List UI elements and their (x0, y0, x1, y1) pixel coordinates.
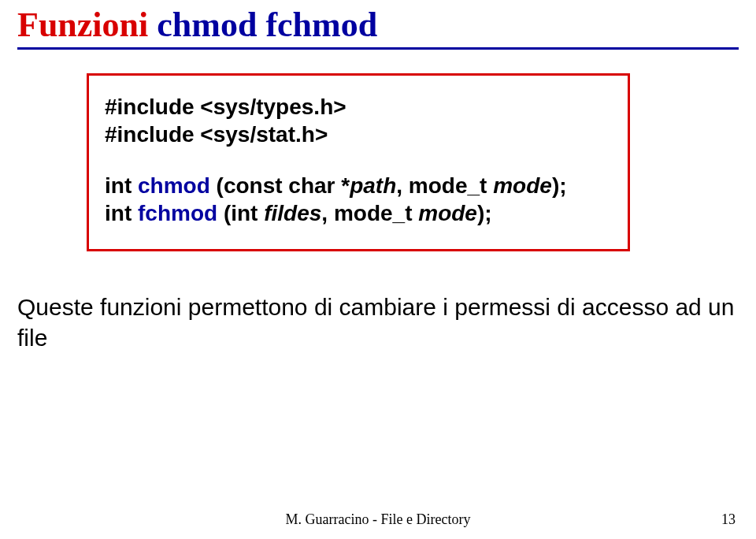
signature-chmod: int chmod (const char *path, mode_t mode… (105, 172, 612, 199)
sig1-ret: int (105, 173, 138, 198)
include-line-2: #include <sys/stat.h> (105, 121, 612, 148)
slide-title: Funzioni chmod fchmod (17, 6, 739, 44)
title-blue: chmod fchmod (148, 6, 377, 44)
sig1-arg-mode: mode (493, 173, 552, 198)
sig2-ret: int (105, 201, 138, 225)
title-underline (17, 47, 739, 50)
include-line-1: #include <sys/types.h> (105, 93, 612, 121)
footer-text: M. Guarracino - File e Directory (0, 511, 756, 528)
sig2-arg-mode: mode (418, 201, 477, 225)
code-box: #include <sys/types.h> #include <sys/sta… (87, 73, 630, 251)
sig2-mid: (int (217, 201, 264, 225)
sig2-fn: fchmod (138, 201, 217, 225)
sig1-arg-path: path (350, 173, 396, 198)
sig1-mid2: , mode_t (396, 173, 493, 198)
signature-fchmod: int fchmod (int fildes, mode_t mode); (105, 199, 612, 227)
title-red: Funzioni (17, 6, 148, 44)
sig1-mid: (const char * (210, 173, 350, 198)
sig2-end: ); (477, 201, 492, 225)
slide-title-container: Funzioni chmod fchmod (0, 0, 756, 44)
body-text: Queste funzioni permettono di cambiare i… (17, 292, 739, 353)
sig1-end: ); (552, 173, 567, 198)
sig2-mid2: , mode_t (321, 201, 418, 225)
sig2-arg-fildes: fildes (264, 201, 321, 225)
sig1-fn: chmod (138, 173, 210, 198)
page-number: 13 (721, 511, 736, 528)
code-gap (105, 148, 612, 172)
